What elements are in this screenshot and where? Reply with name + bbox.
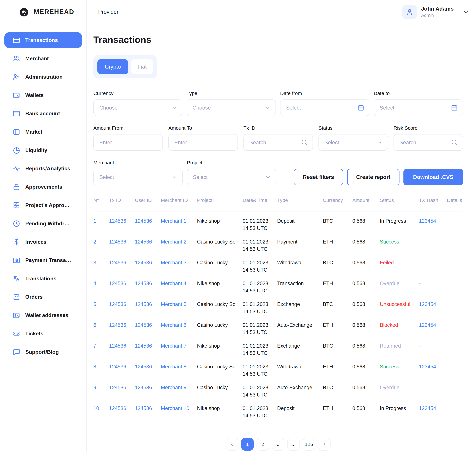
merchant-id-link[interactable]: Merchant 6: [161, 321, 197, 329]
row-number-link[interactable]: 2: [93, 238, 109, 246]
tx-hash-cell[interactable]: 123454: [419, 301, 447, 308]
sidebar-item-project-s-appro[interactable]: Project’s Appro…: [4, 197, 82, 213]
merchant-id-link[interactable]: Merchant 3: [161, 259, 197, 266]
risk-score-search-input[interactable]: [394, 134, 463, 151]
tx-id-link[interactable]: 124536: [109, 384, 135, 391]
toggle-fiat[interactable]: Fiat: [131, 59, 153, 74]
reset-filters-button[interactable]: Reset filters: [294, 169, 343, 185]
tx-id-link[interactable]: 124536: [109, 259, 135, 266]
row-number-link[interactable]: 8: [93, 363, 109, 370]
merchant-id-link[interactable]: Merchant 8: [161, 363, 197, 370]
tx-id-link[interactable]: 124536: [109, 405, 135, 412]
tx-id-link[interactable]: 124536: [109, 321, 135, 329]
tx-id-link[interactable]: 124536: [109, 217, 135, 225]
create-report-button[interactable]: Create report: [347, 169, 399, 185]
sidebar-item-transactions[interactable]: Transactions: [4, 32, 82, 48]
user-id-link[interactable]: 124536: [135, 405, 161, 412]
user-id-link[interactable]: 124536: [135, 301, 161, 308]
amount-from-input[interactable]: [93, 134, 163, 151]
merchant-id-link[interactable]: Merchant 7: [161, 342, 197, 350]
tx-id-search-input[interactable]: [243, 134, 313, 151]
user-id-link[interactable]: 124536: [135, 342, 161, 350]
toggle-crypto[interactable]: Crypto: [97, 59, 128, 74]
user-role: Admin: [421, 13, 454, 18]
brand-logo: MEREHEAD: [0, 0, 87, 24]
row-number-link[interactable]: 10: [93, 405, 109, 412]
user-menu[interactable]: John Adams Admin: [395, 5, 476, 19]
date-to-input[interactable]: [374, 100, 463, 116]
merchant-id-link[interactable]: Merchant 9: [161, 384, 197, 391]
date-from-input[interactable]: [280, 100, 369, 116]
project-cell: Casino Lucky: [197, 384, 243, 391]
tx-id-link[interactable]: 124536: [109, 301, 135, 308]
page-button-...[interactable]: ...: [287, 438, 300, 451]
sidebar-item-wallets[interactable]: Wallets: [4, 87, 82, 103]
bag-icon: [13, 293, 20, 301]
chevron-down-icon[interactable]: [463, 9, 469, 15]
merchant-select[interactable]: [93, 169, 183, 185]
user-id-link[interactable]: 124536: [135, 321, 161, 329]
row-number-link[interactable]: 5: [93, 301, 109, 308]
user-id-link[interactable]: 124536: [135, 363, 161, 370]
project-select[interactable]: [187, 169, 276, 185]
row-number-link[interactable]: 9: [93, 384, 109, 391]
sidebar-item-reports-analytics[interactable]: Reports/Analytics: [4, 160, 82, 176]
user-id-link[interactable]: 124536: [135, 217, 161, 225]
status-select[interactable]: [318, 134, 388, 151]
header-main: Provider John Adams Admin: [87, 0, 476, 24]
amount-to-input[interactable]: [168, 134, 238, 151]
page-button-125[interactable]: 125: [303, 438, 315, 451]
sidebar-item-approvements[interactable]: Approvements: [4, 179, 82, 195]
row-number-link[interactable]: 1: [93, 217, 109, 225]
filter-amount-from: Amount From: [93, 125, 163, 151]
sidebar-item-market[interactable]: Market: [4, 124, 82, 140]
user-id-link[interactable]: 124536: [135, 384, 161, 391]
row-number-link[interactable]: 7: [93, 342, 109, 350]
sidebar-item-pending-withdr[interactable]: Pending Withdr…: [4, 216, 82, 232]
sidebar-item-liquidity[interactable]: Liquidity: [4, 142, 82, 158]
currency-select[interactable]: [93, 100, 182, 116]
download-csv-button[interactable]: Download .CVS: [403, 169, 463, 185]
prev-page-button[interactable]: [226, 438, 238, 451]
sidebar-item-translations[interactable]: Translations: [4, 271, 82, 286]
user-id-link[interactable]: 124536: [135, 238, 161, 246]
sidebar-item-orders[interactable]: Orders: [4, 289, 82, 305]
tx-id-link[interactable]: 124536: [109, 238, 135, 246]
tx-id-link[interactable]: 124536: [109, 363, 135, 370]
sidebar-item-merchant[interactable]: Merchant: [4, 51, 82, 66]
page-button-3[interactable]: 3: [272, 438, 284, 451]
tx-hash-cell[interactable]: 123454: [419, 363, 447, 370]
merchant-id-link[interactable]: Merchant 5: [161, 301, 197, 308]
sidebar-item-wallet-addresses[interactable]: Wallet addresses: [4, 307, 82, 323]
tx-hash-cell[interactable]: 123454: [419, 405, 447, 412]
datetime-cell: 01.01.202314:53 UTC: [243, 280, 277, 294]
tx-id-link[interactable]: 124536: [109, 280, 135, 287]
merchant-id-link[interactable]: Merchant 2: [161, 238, 197, 246]
amount-cell: 0.568: [352, 301, 380, 308]
tx-hash-cell: -: [419, 384, 447, 391]
next-page-button[interactable]: [318, 438, 331, 451]
row-number-link[interactable]: 4: [93, 280, 109, 287]
sidebar-item-support-blog[interactable]: Support/Blog: [4, 344, 82, 360]
sidebar-item-tickets[interactable]: Tickets: [4, 326, 82, 341]
page-button-2[interactable]: 2: [256, 438, 269, 451]
merchant-id-link[interactable]: Merchant 4: [161, 280, 197, 287]
row-number-link[interactable]: 3: [93, 259, 109, 266]
merchant-id-link[interactable]: Merchant 10: [161, 405, 197, 412]
sidebar-item-administration[interactable]: Administration: [4, 69, 82, 85]
users-icon: [13, 55, 20, 62]
user-id-link[interactable]: 124536: [135, 259, 161, 266]
tx-hash-cell[interactable]: 123454: [419, 321, 447, 329]
merchant-id-link[interactable]: Merchant 1: [161, 217, 197, 225]
sidebar-item-invoices[interactable]: Invoices: [4, 234, 82, 250]
project-cell: Casino Lucky So: [197, 301, 243, 308]
type-select[interactable]: [187, 100, 276, 116]
user-id-link[interactable]: 124536: [135, 280, 161, 287]
sidebar-item-bank-account[interactable]: Bank account: [4, 106, 82, 121]
tx-id-link[interactable]: 124536: [109, 342, 135, 350]
page-button-1[interactable]: 1: [241, 438, 254, 451]
sidebar-item-payment-transa[interactable]: Payment Transa…: [4, 252, 82, 268]
tx-hash-cell[interactable]: 123454: [419, 217, 447, 225]
row-number-link[interactable]: 6: [93, 321, 109, 329]
filter-label: Status: [318, 125, 388, 131]
